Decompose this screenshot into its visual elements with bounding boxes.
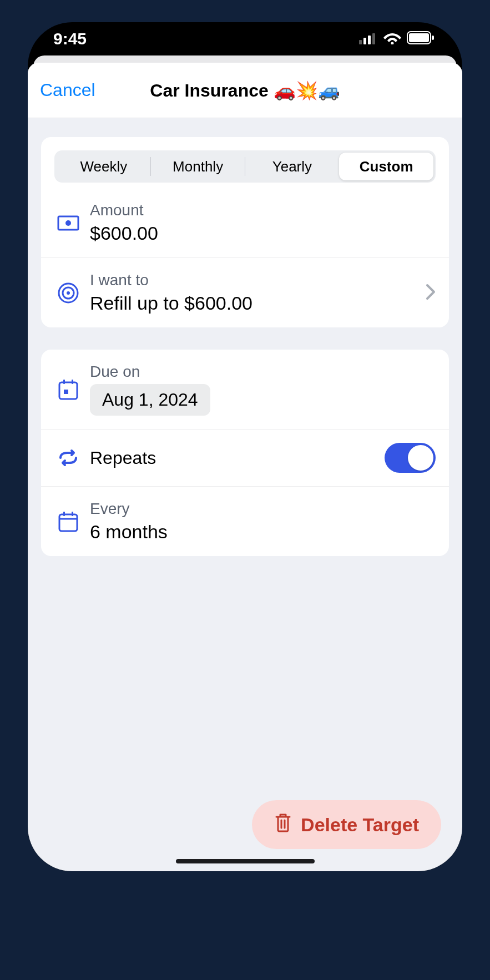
battery-icon	[407, 29, 435, 48]
modal-sheet: Cancel Car Insurance 🚗💥🚙 Weekly Monthly …	[28, 63, 462, 871]
svg-rect-6	[409, 33, 429, 42]
svg-rect-0	[359, 40, 362, 44]
status-time: 9:45	[53, 29, 87, 48]
row-repeats: Repeats	[41, 429, 449, 486]
cellular-icon	[359, 29, 378, 48]
every-value: 6 months	[90, 521, 436, 543]
wifi-icon	[383, 29, 401, 48]
svg-rect-19	[72, 512, 73, 516]
toggle-knob	[408, 445, 433, 471]
chevron-right-icon	[426, 284, 436, 302]
svg-rect-17	[59, 514, 77, 531]
amount-label: Amount	[90, 201, 436, 219]
goal-label: I want to	[90, 271, 426, 289]
trash-icon	[274, 812, 292, 837]
cash-icon	[54, 215, 82, 231]
svg-point-12	[67, 291, 70, 295]
delete-target-label: Delete Target	[301, 814, 419, 836]
calendar-icon	[54, 511, 82, 533]
segment-yearly[interactable]: Yearly	[245, 153, 340, 180]
due-label: Due on	[90, 363, 436, 381]
card-amount-goal: Weekly Monthly Yearly Custom Amount $600…	[41, 137, 449, 327]
status-bar: 9:45	[28, 22, 462, 55]
repeats-label: Repeats	[90, 448, 385, 468]
calendar-day-icon	[54, 378, 82, 401]
row-goal[interactable]: I want to Refill up to $600.00	[41, 257, 449, 327]
segment-custom[interactable]: Custom	[339, 153, 433, 180]
amount-value: $600.00	[90, 223, 436, 244]
segment-weekly[interactable]: Weekly	[57, 153, 151, 180]
status-right	[359, 29, 435, 48]
frequency-segmented-control[interactable]: Weekly Monthly Yearly Custom	[54, 150, 436, 183]
row-due[interactable]: Due on Aug 1, 2024	[41, 350, 449, 429]
svg-rect-3	[372, 33, 375, 44]
svg-rect-16	[64, 390, 68, 394]
svg-rect-14	[63, 380, 65, 384]
svg-point-9	[65, 220, 71, 226]
cancel-button[interactable]: Cancel	[40, 80, 95, 100]
repeat-icon	[54, 448, 82, 468]
card-schedule: Due on Aug 1, 2024 Repeats	[41, 350, 449, 556]
svg-rect-7	[432, 36, 434, 40]
target-icon	[54, 282, 82, 304]
every-label: Every	[90, 500, 436, 518]
sheet-content: Weekly Monthly Yearly Custom Amount $600…	[28, 118, 462, 871]
repeats-toggle[interactable]	[385, 443, 436, 473]
phone: 9:45 Cancel Car Insurance 🚗💥🚙	[28, 22, 462, 871]
goal-value: Refill up to $600.00	[90, 292, 426, 314]
due-date-chip[interactable]: Aug 1, 2024	[90, 384, 210, 416]
sheet-header: Cancel Car Insurance 🚗💥🚙	[28, 63, 462, 118]
sheet-title: Car Insurance 🚗💥🚙	[150, 80, 340, 101]
svg-rect-18	[63, 512, 65, 516]
row-every[interactable]: Every 6 months	[41, 486, 449, 556]
svg-rect-1	[363, 38, 366, 44]
segment-monthly[interactable]: Monthly	[151, 153, 245, 180]
row-amount[interactable]: Amount $600.00	[41, 188, 449, 257]
svg-point-4	[391, 42, 394, 45]
delete-target-button[interactable]: Delete Target	[252, 800, 441, 849]
home-indicator[interactable]	[176, 859, 315, 863]
svg-rect-2	[368, 36, 371, 44]
svg-rect-15	[72, 380, 73, 384]
